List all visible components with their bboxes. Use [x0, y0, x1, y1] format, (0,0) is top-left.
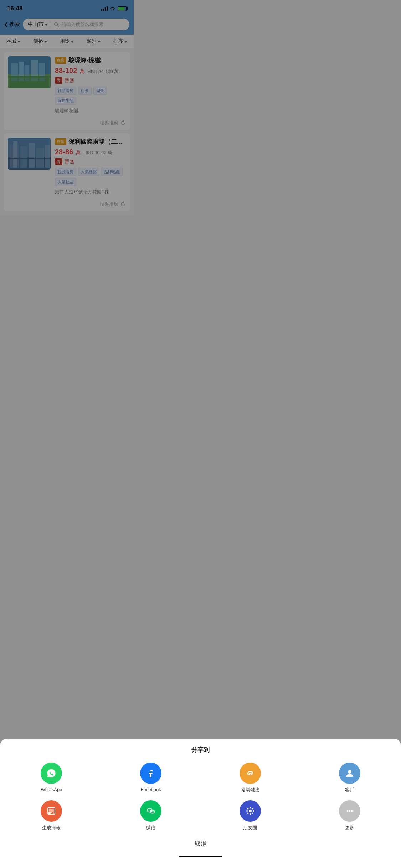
share-overlay[interactable]: [0, 0, 134, 289]
